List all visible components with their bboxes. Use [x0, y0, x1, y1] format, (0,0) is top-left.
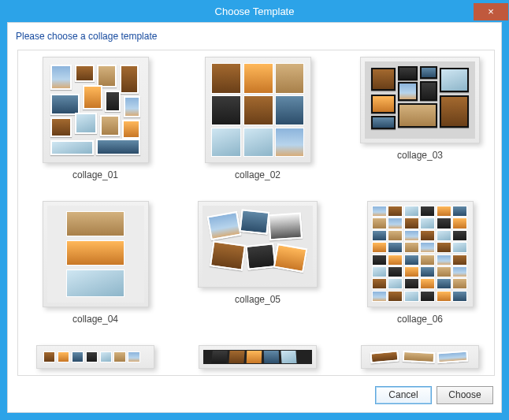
- template-thumbnail: [205, 57, 311, 163]
- window-title: Choose Template: [1, 6, 508, 17]
- template-item[interactable]: [24, 345, 166, 369]
- template-thumbnail: [360, 57, 480, 143]
- template-item[interactable]: [187, 345, 329, 369]
- instruction-text: Please choose a collage template: [8, 23, 501, 46]
- template-label: collage_03: [397, 150, 443, 161]
- template-grid: collage_01: [24, 57, 491, 369]
- template-thumbnail: [43, 57, 149, 163]
- client-area: Please choose a collage template: [7, 22, 502, 413]
- template-item[interactable]: collage_03: [349, 57, 491, 180]
- template-label: collage_01: [72, 169, 118, 180]
- template-item[interactable]: collage_06: [349, 201, 491, 325]
- template-label: collage_06: [397, 314, 443, 325]
- template-thumbnail: [361, 345, 479, 369]
- close-icon: ×: [488, 6, 494, 17]
- template-thumbnail: [36, 345, 154, 369]
- dialog-footer: Cancel Choose: [8, 381, 501, 412]
- template-scroll-area[interactable]: collage_01: [18, 50, 494, 375]
- template-label: collage_05: [235, 294, 281, 305]
- template-thumbnail: [199, 345, 317, 369]
- template-item[interactable]: collage_05: [187, 201, 329, 325]
- titlebar: Choose Template ×: [1, 1, 508, 22]
- template-item[interactable]: [349, 345, 491, 369]
- dialog-window: Choose Template × Please choose a collag…: [0, 0, 509, 420]
- close-button[interactable]: ×: [474, 3, 508, 20]
- template-label: collage_04: [72, 314, 118, 325]
- template-grid-wrap: collage_01: [17, 50, 495, 376]
- cancel-button[interactable]: Cancel: [375, 386, 432, 404]
- template-label: collage_02: [235, 169, 281, 180]
- template-thumbnail: [367, 201, 474, 307]
- template-item[interactable]: collage_01: [24, 57, 166, 180]
- template-thumbnail: [43, 201, 149, 307]
- template-thumbnail: [198, 201, 318, 288]
- template-item[interactable]: collage_04: [24, 201, 166, 325]
- template-item[interactable]: collage_02: [187, 57, 329, 180]
- choose-button[interactable]: Choose: [437, 386, 493, 404]
